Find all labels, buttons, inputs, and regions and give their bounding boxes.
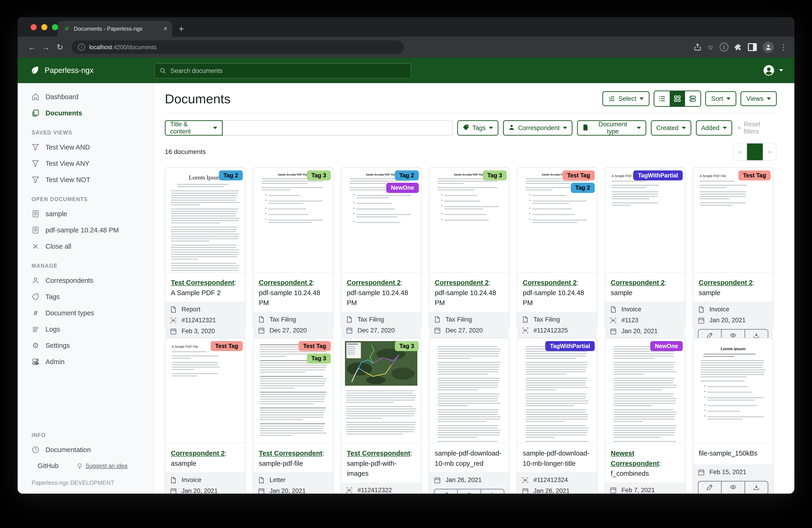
correspondent-link[interactable]: Correspondent 2 (171, 449, 225, 457)
sidebar-item-correspondents[interactable]: Correspondents (18, 272, 153, 289)
document-thumbnail[interactable]: Adobe Acrobat PDF FilesTag 3 (253, 168, 333, 273)
sidebar-item-close-all[interactable]: Close all (18, 238, 153, 255)
tags-filter-button[interactable]: Tags (457, 120, 498, 135)
sidebar-item-test-view-not[interactable]: Test View NOT (18, 172, 153, 188)
tag-badge[interactable]: Tag 2 (219, 170, 243, 181)
correspondent-link[interactable]: Correspondent 2 (523, 279, 577, 286)
sidebar-item-dashboard[interactable]: Dashboard (18, 89, 153, 105)
correspondent-link[interactable]: Correspondent 2 (435, 279, 489, 286)
tag-badge[interactable]: Tag 3 (483, 170, 507, 181)
document-thumbnail[interactable]: Adobe Acrobat PDF FilesTag 3 (429, 168, 509, 273)
tag-badge[interactable]: TagWithPartial (545, 341, 595, 351)
edit-document-button[interactable] (435, 489, 457, 494)
tag-badge[interactable]: NewOne (650, 341, 683, 351)
forward-icon[interactable]: → (39, 43, 53, 52)
user-menu[interactable] (763, 58, 783, 83)
view-document-button[interactable] (721, 482, 744, 494)
global-search-input[interactable]: Search documents (154, 63, 411, 79)
sidebar-item-settings[interactable]: ⚙Settings (18, 337, 153, 354)
pagination-next-button[interactable]: » (763, 143, 776, 160)
tag-badge[interactable]: NewOne (386, 183, 419, 193)
document-thumbnail[interactable]: NewOne (605, 338, 685, 443)
tag-badge[interactable]: TagWithPartial (633, 170, 683, 181)
sidebar-item-github[interactable]: GitHub (32, 462, 58, 470)
browser-profile-avatar[interactable] (763, 42, 774, 53)
close-window-button[interactable] (31, 24, 37, 30)
sidebar-toggle-icon[interactable] (748, 43, 757, 51)
detail-view-button[interactable] (685, 91, 700, 106)
tag-badge[interactable]: Tag 2 (571, 183, 595, 193)
document-thumbnail[interactable]: TagWithPartial (517, 338, 597, 443)
grid-view-button[interactable] (670, 91, 685, 106)
browser-tab[interactable]: Documents - Paperless-ngx ✕ (58, 21, 172, 37)
correspondent-link[interactable]: Correspondent 2 (611, 279, 665, 286)
tag-badge[interactable]: Tag 2 (395, 170, 419, 181)
title-content-dropdown[interactable]: Title & content (165, 120, 222, 135)
back-icon[interactable]: ← (25, 43, 39, 52)
edit-document-button[interactable] (698, 482, 721, 494)
correspondent-link[interactable]: Newest Correspondent (611, 449, 659, 467)
sidebar-item-test-view-and[interactable]: Test View AND (18, 139, 153, 155)
pagination-prev-button[interactable]: « (734, 143, 747, 160)
bookmark-star-icon[interactable]: ☆ (707, 43, 714, 51)
site-info-icon[interactable]: i (78, 44, 85, 51)
address-bar[interactable]: i localhost:4200/documents (72, 40, 404, 54)
sidebar-item-tags[interactable]: Tags (18, 289, 153, 305)
extensions-puzzle-icon[interactable] (735, 43, 742, 51)
correspondent-link[interactable]: Correspondent 2 (699, 279, 753, 286)
correspondent-link[interactable]: Correspondent 2 (259, 279, 313, 286)
reset-filters-button[interactable]: × Reset filters (738, 121, 777, 135)
tag-badge[interactable]: Tag 3 (395, 341, 419, 351)
download-document-button[interactable] (744, 482, 768, 494)
document-thumbnail[interactable]: A Simple PDF FileTest Tag (165, 338, 245, 443)
sidebar-item-test-view-any[interactable]: Test View ANY (18, 155, 153, 172)
tag-badge[interactable]: Test Tag (299, 341, 331, 351)
correspondent-link[interactable]: Test Correspondent (347, 449, 410, 457)
select-button[interactable]: Select (603, 91, 650, 106)
sidebar-item-documents[interactable]: Documents (18, 105, 153, 121)
document-thumbnail[interactable]: Test TagTag 3 (253, 338, 333, 443)
sidebar-item-documentation[interactable]: ?Documentation (18, 442, 153, 458)
tab-close-icon[interactable]: ✕ (163, 26, 168, 32)
new-tab-button[interactable]: + (179, 24, 184, 34)
document-thumbnail[interactable]: Tag 3 (341, 338, 421, 443)
pagination-page-1[interactable]: 1 (747, 143, 763, 161)
tag-badge[interactable]: Tag 3 (307, 353, 331, 363)
title-content-input[interactable] (222, 120, 453, 135)
browser-menu-icon[interactable]: ⋮ (780, 43, 787, 51)
sort-button[interactable]: Sort (705, 91, 736, 106)
tag-badge[interactable]: Tag 3 (307, 170, 331, 181)
sidebar-item-admin[interactable]: Admin (18, 354, 153, 370)
app-brand[interactable]: Paperless-ngx (30, 65, 93, 75)
sidebar-item-open-doc-sample[interactable]: sample (18, 206, 153, 222)
correspondent-filter-button[interactable]: Correspondent (503, 120, 572, 135)
document-thumbnail[interactable]: A Simple PDF FileTagWithPartial (605, 168, 685, 273)
sidebar-item-logs[interactable]: Logs (18, 321, 153, 337)
views-button[interactable]: Views (740, 91, 777, 106)
sidebar-item-open-doc-pdf-sample[interactable]: pdf-sample 10.24.48 PM (18, 222, 153, 238)
download-document-button[interactable] (480, 489, 504, 494)
created-filter-button[interactable]: Created (651, 120, 691, 135)
correspondent-link[interactable]: Test Correspondent (259, 449, 322, 457)
correspondent-link[interactable]: Correspondent 2 (347, 279, 401, 286)
added-filter-button[interactable]: Added (696, 120, 732, 135)
share-icon[interactable] (694, 43, 701, 51)
document-thumbnail[interactable]: Adobe Acrobat PDF FilesTest TagTag 2 (517, 168, 597, 273)
minimize-window-button[interactable] (41, 24, 47, 30)
reload-icon[interactable]: ↻ (53, 42, 67, 52)
tag-badge[interactable]: Test Tag (211, 341, 243, 351)
tag-badge[interactable]: Test Tag (738, 170, 771, 181)
sidebar-item-document-types[interactable]: #Document types (18, 305, 153, 321)
zoom-window-button[interactable] (52, 24, 58, 30)
list-view-button[interactable] (654, 91, 670, 106)
document-thumbnail[interactable]: Lorem ipsum (693, 338, 773, 443)
document-thumbnail[interactable] (429, 338, 509, 443)
document-thumbnail[interactable]: A Simple PDF FileTest Tag (693, 168, 773, 273)
suggest-an-idea-link[interactable]: Suggest an idea (77, 462, 128, 469)
password-extension-icon[interactable]: 1 (720, 43, 728, 52)
view-document-button[interactable] (457, 489, 480, 494)
document-type-filter-button[interactable]: Document type (577, 120, 646, 135)
tag-badge[interactable]: Test Tag (563, 170, 595, 181)
document-thumbnail[interactable]: Adobe Acrobat PDF FilesTag 2NewOne (341, 168, 421, 273)
document-thumbnail[interactable]: Lorem IpsumTag 2 (165, 168, 245, 273)
